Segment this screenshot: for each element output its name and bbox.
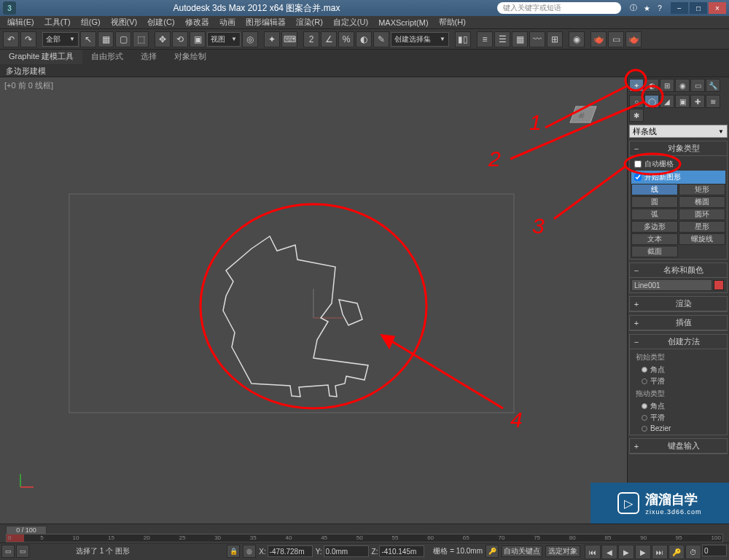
menu-animation[interactable]: 动画 xyxy=(215,17,240,28)
ribbon-tab-selection[interactable]: 选择 xyxy=(132,50,165,64)
selected-obj-button[interactable]: 选定对象 xyxy=(545,545,580,557)
arc-button[interactable]: 弧 xyxy=(631,209,678,220)
isolate-button[interactable]: ◎ xyxy=(243,545,256,558)
select-button[interactable]: ↖ xyxy=(80,31,96,47)
maximize-button[interactable]: □ xyxy=(690,2,707,14)
rollout-toggle-icon[interactable]: + xyxy=(633,300,640,308)
line-button[interactable]: 线 xyxy=(631,184,678,195)
space-warps-subtab[interactable]: ≋ xyxy=(706,95,720,108)
auto-key-button[interactable]: 自动关键点 xyxy=(502,545,542,557)
y-coord-input[interactable] xyxy=(324,545,369,557)
snap-2d-button[interactable]: 2 xyxy=(303,31,319,47)
menu-views[interactable]: 视图(V) xyxy=(106,17,142,28)
curve-editor-button[interactable]: 〰 xyxy=(529,31,545,47)
hierarchy-tab[interactable]: ⊞ xyxy=(660,79,674,92)
text-button[interactable]: 文本 xyxy=(631,233,678,245)
initial-corner-radio[interactable] xyxy=(642,367,647,373)
menu-create[interactable]: 创建(C) xyxy=(143,17,179,28)
drag-corner-radio[interactable] xyxy=(642,403,647,409)
start-new-checkbox[interactable] xyxy=(634,174,642,181)
manipulate-button[interactable]: ✦ xyxy=(264,31,280,47)
selection-filter-combo[interactable]: 全部▼ xyxy=(42,32,79,47)
ribbon-tab-graphite[interactable]: Graphite 建模工具 xyxy=(0,50,82,64)
menu-graph-editors[interactable]: 图形编辑器 xyxy=(241,17,290,28)
help-icon[interactable]: ? xyxy=(655,3,665,13)
star-icon[interactable]: ★ xyxy=(642,3,652,13)
interp-header[interactable]: 插值 xyxy=(643,317,724,328)
schematic-button[interactable]: ⊞ xyxy=(547,31,563,47)
ribbon-tab-freeform[interactable]: 自由形式 xyxy=(82,50,132,64)
play-button[interactable]: ▶ xyxy=(618,545,634,559)
shape-category-combo[interactable]: 样条线▼ xyxy=(629,125,728,138)
menu-rendering[interactable]: 渲染(R) xyxy=(292,17,327,28)
menu-maxscript[interactable]: MAXScript(M) xyxy=(374,18,432,27)
render-frame-button[interactable]: ▭ xyxy=(608,31,624,47)
select-name-button[interactable]: ▦ xyxy=(98,31,114,47)
menu-help[interactable]: 帮助(H) xyxy=(434,17,470,28)
key-lock-button[interactable]: 🔑 xyxy=(486,545,499,558)
material-editor-button[interactable]: ◉ xyxy=(569,31,585,47)
select-region-button[interactable]: ▢ xyxy=(115,31,131,47)
goto-end-button[interactable]: ⏭ xyxy=(652,545,668,559)
app-icon[interactable]: 3 xyxy=(3,1,16,15)
align-button[interactable]: ≡ xyxy=(477,31,493,47)
spinner-snap-button[interactable]: ◐ xyxy=(356,31,372,47)
donut-button[interactable]: 圆环 xyxy=(679,209,725,220)
ribbon-poly-label[interactable]: 多边形建模 xyxy=(0,64,729,77)
menu-modifiers[interactable]: 修改器 xyxy=(181,17,214,28)
ribbon-tab-paint[interactable]: 对象绘制 xyxy=(165,50,215,64)
pivot-button[interactable]: ◎ xyxy=(242,31,258,47)
rollout-toggle-icon[interactable]: + xyxy=(633,319,640,327)
lights-subtab[interactable]: ◢ xyxy=(660,95,674,108)
create-tab[interactable]: ✦ xyxy=(629,79,644,92)
auto-grid-checkbox[interactable] xyxy=(634,160,642,168)
object-name-input[interactable] xyxy=(631,279,712,291)
menu-customize[interactable]: 自定义(U) xyxy=(329,17,373,28)
rollout-toggle-icon[interactable]: − xyxy=(633,144,640,153)
render-setup-button[interactable]: 🫖 xyxy=(590,31,607,47)
render-button[interactable]: 🫖 xyxy=(625,31,642,47)
goto-start-button[interactable]: ⏮ xyxy=(585,545,601,559)
lock-selection-button[interactable]: 🔒 xyxy=(227,545,240,558)
snap-angle-button[interactable]: ∠ xyxy=(321,31,337,47)
graphite-button[interactable]: ▦ xyxy=(512,31,528,47)
move-button[interactable]: ✥ xyxy=(155,31,171,47)
ref-coord-combo[interactable]: 视图▼ xyxy=(207,32,241,47)
drag-smooth-radio[interactable] xyxy=(642,415,647,421)
utilities-tab[interactable]: 🔧 xyxy=(706,79,720,92)
display-tab[interactable]: ▭ xyxy=(690,79,705,92)
viewport[interactable]: [+0 前 0 线框] 前 xyxy=(0,77,627,524)
menu-group[interactable]: 组(G) xyxy=(77,17,105,28)
close-button[interactable]: × xyxy=(709,2,726,14)
time-ruler[interactable]: 0510152025303540455055606570758085909510… xyxy=(6,534,723,542)
next-frame-button[interactable]: ▶ xyxy=(635,545,651,559)
x-coord-input[interactable] xyxy=(268,545,313,557)
minimize-button[interactable]: − xyxy=(671,2,688,14)
window-crossing-button[interactable]: ⬚ xyxy=(133,31,149,47)
object-color-swatch[interactable] xyxy=(714,280,724,290)
redo-button[interactable]: ↷ xyxy=(20,31,36,47)
motion-tab[interactable]: ◉ xyxy=(675,79,690,92)
rectangle-button[interactable]: 矩形 xyxy=(679,184,725,195)
mirror-button[interactable]: ▮▯ xyxy=(455,31,471,47)
section-button[interactable]: 截面 xyxy=(631,246,678,257)
modify-tab[interactable]: ◐ xyxy=(644,79,659,92)
menu-edit[interactable]: 编辑(E) xyxy=(3,17,39,28)
drag-bezier-radio[interactable] xyxy=(642,426,647,432)
edit-named-button[interactable]: ✎ xyxy=(373,31,389,47)
undo-button[interactable]: ↶ xyxy=(3,31,19,47)
systems-subtab[interactable]: ✱ xyxy=(629,109,644,122)
keyboard-shortcut-button[interactable]: ⌨ xyxy=(281,31,297,47)
circle-button[interactable]: 圆 xyxy=(631,196,678,208)
initial-smooth-radio[interactable] xyxy=(642,378,647,384)
rollout-toggle-icon[interactable]: + xyxy=(633,442,640,451)
menu-tools[interactable]: 工具(T) xyxy=(40,17,75,28)
ngon-button[interactable]: 多边形 xyxy=(631,221,678,233)
maxscript-mini-button[interactable]: ▭ xyxy=(1,545,15,558)
rotate-button[interactable]: ⟲ xyxy=(172,31,188,47)
snap-percent-button[interactable]: % xyxy=(338,31,354,47)
shapes-subtab[interactable]: ◯ xyxy=(644,95,659,108)
rollout-toggle-icon[interactable]: − xyxy=(633,338,640,346)
ellipse-button[interactable]: 椭圆 xyxy=(679,196,725,208)
search-input[interactable]: 键入关键字或短语 xyxy=(497,2,621,14)
